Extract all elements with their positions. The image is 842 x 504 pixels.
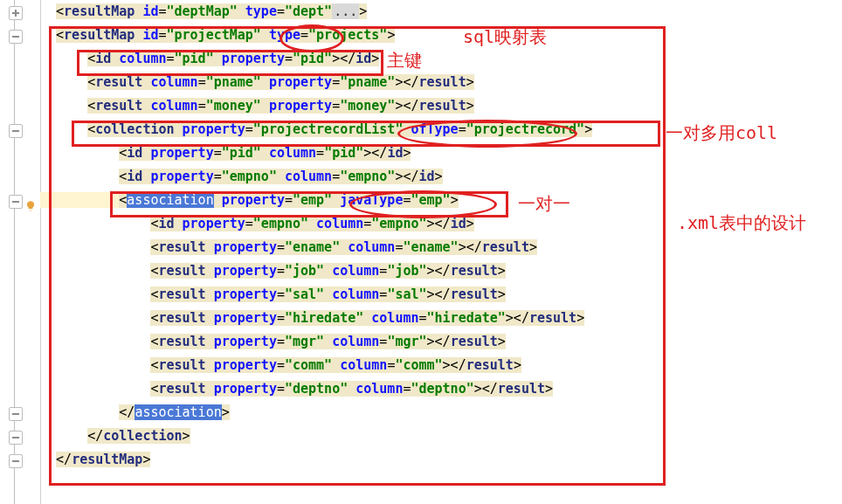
fold-toggle-icon[interactable]	[9, 195, 23, 209]
fold-toggle-icon[interactable]	[9, 30, 23, 44]
fold-toggle-icon[interactable]	[9, 407, 23, 421]
lightbulb-icon[interactable]	[24, 197, 37, 209]
annotation-text-pk: 主键	[387, 49, 422, 72]
fold-toggle-icon[interactable]	[9, 454, 23, 468]
fold-toggle-icon[interactable]	[9, 124, 23, 138]
annotation-text-sql-table: sql映射表	[463, 25, 547, 49]
editor-code[interactable]: <resultMap id="deptMap" type="dept"...> …	[40, 0, 842, 472]
fold-toggle-icon[interactable]	[9, 431, 23, 445]
annotation-text-one-to-many: 一对多用coll	[666, 121, 777, 145]
annotation-text-xml-design: .xml表中的设计	[677, 211, 806, 235]
editor-gutter	[0, 0, 41, 504]
annotation-text-one-to-one: 一对一	[518, 192, 570, 216]
fold-toggle-icon[interactable]	[9, 6, 23, 20]
